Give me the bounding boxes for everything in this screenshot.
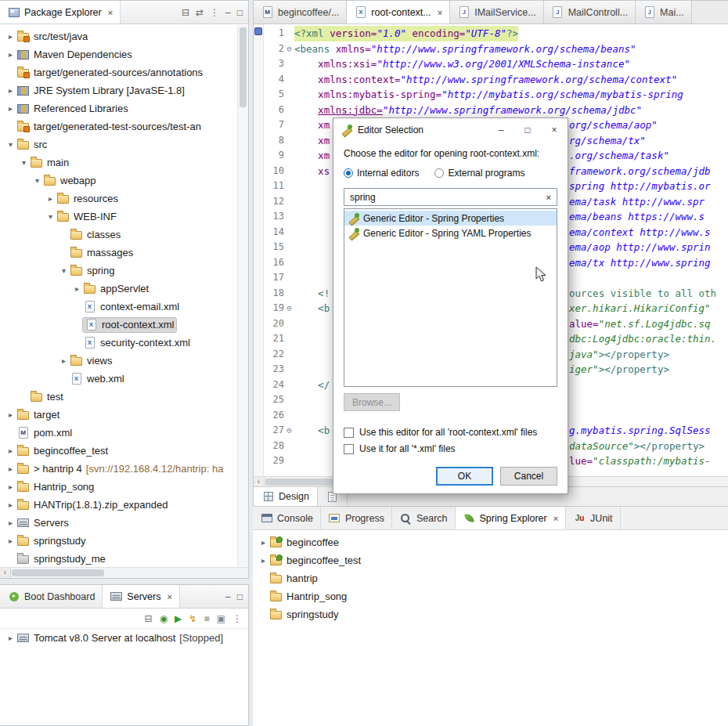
chevron-collapsed-icon[interactable]: ▸ [5, 410, 16, 419]
tree-item[interactable]: ▸JRE System Library [JavaSE-1.8] [0, 81, 237, 99]
tree-item[interactable]: test [0, 388, 237, 406]
link-with-editor-icon[interactable]: ⇄ [196, 8, 204, 17]
maximize-icon[interactable]: □ [237, 592, 243, 601]
chevron-collapsed-icon[interactable]: ▸ [5, 104, 16, 113]
profile-icon[interactable]: ↯ [189, 614, 196, 623]
browse-button[interactable]: Browse... [344, 393, 400, 411]
tree-item[interactable]: springstudy [253, 605, 728, 623]
tab-servers[interactable]: Servers× [103, 585, 180, 608]
collapse-all-icon[interactable]: ⊟ [182, 8, 189, 17]
chevron-expanded-icon[interactable]: ▾ [58, 266, 70, 275]
view-menu-icon[interactable]: ⋮ [210, 8, 219, 17]
ok-button[interactable]: OK [436, 467, 493, 486]
chevron-collapsed-icon[interactable]: ▸ [5, 446, 16, 455]
publish-icon[interactable]: ▣ [217, 614, 225, 623]
close-icon[interactable]: × [167, 592, 171, 601]
close-icon[interactable]: × [553, 514, 558, 523]
collapse-all-icon[interactable]: ⊟ [145, 614, 153, 623]
chevron-expanded-icon[interactable]: ▾ [31, 176, 43, 185]
chevron-collapsed-icon[interactable]: ▸ [5, 518, 16, 527]
fold-collapse-icon[interactable]: ⊖ [284, 301, 294, 316]
tree-item[interactable]: target/generated-sources/annotations [0, 63, 237, 81]
chevron-collapsed-icon[interactable]: ▸ [5, 50, 16, 59]
close-icon[interactable]: × [108, 8, 113, 17]
radio-external-programs[interactable]: External programs [434, 168, 524, 179]
tree-item[interactable]: classes [0, 226, 237, 244]
chevron-expanded-icon[interactable]: ▾ [18, 158, 30, 167]
editor-list-item[interactable]: Generic Editor - Spring Properties [344, 211, 557, 226]
tree-item[interactable]: Xsecurity-context.xml [0, 334, 237, 352]
radio-internal-editors[interactable]: Internal editors [344, 168, 419, 179]
tree-item[interactable]: ▾main [0, 154, 237, 172]
tree-item[interactable]: ▸resources [0, 190, 237, 208]
tree-item[interactable]: Hantrip_song [253, 587, 728, 605]
scrollbar-thumb[interactable] [240, 27, 247, 107]
chevron-collapsed-icon[interactable]: ▸ [5, 32, 16, 41]
tree-item[interactable]: ▸Tomcat v8.0 Server at localhost[Stopped… [0, 629, 248, 647]
tree-item[interactable]: Xweb.xml [0, 370, 237, 388]
checkbox-use-for-all-xml[interactable]: Use it for all '*.xml' files [344, 443, 557, 454]
tab-progress[interactable]: Progress [321, 507, 392, 529]
tree-item[interactable]: ▸appServlet [0, 280, 237, 298]
tree-item[interactable]: ▸begincoffee [253, 533, 728, 551]
horizontal-scrollbar[interactable]: ‹ [0, 567, 248, 578]
tree-item[interactable]: ▸Maven Dependencies [0, 45, 237, 63]
scrollbar-thumb[interactable] [12, 569, 104, 576]
tree-item[interactable]: Xcontext-email.xml [0, 298, 237, 316]
close-icon[interactable]: × [438, 8, 442, 17]
tree-item[interactable]: ▸HANTrip(1.8.1).zip_expanded [0, 496, 237, 514]
tree-item[interactable]: ▸Referenced Libraries [0, 99, 237, 117]
clear-filter-icon[interactable]: × [546, 193, 551, 202]
tree-item[interactable]: ▾src [0, 135, 237, 154]
code-line[interactable]: 5 xmlns:mybatis-spring="http://mybatis.o… [264, 87, 728, 103]
chevron-expanded-icon[interactable]: ▾ [5, 140, 16, 149]
tree-item[interactable]: ▸Hantrip_song [0, 478, 237, 496]
code-line[interactable]: 3 xmlns:xsi="http://www.w3.org/2001/XMLS… [264, 56, 728, 72]
chevron-expanded-icon[interactable]: ▾ [45, 212, 56, 221]
code-line[interactable]: 1<?xml version="1.0" encoding="UTF-8"?> [264, 26, 728, 42]
minimize-icon[interactable]: – [225, 8, 231, 17]
tree-item[interactable]: ▸begincoffee_test [253, 551, 728, 569]
chevron-collapsed-icon[interactable]: ▸ [5, 86, 16, 95]
chevron-collapsed-icon[interactable]: ▸ [5, 634, 16, 642]
package-explorer-tab[interactable]: Package Explorer × [0, 1, 121, 23]
scroll-left-icon[interactable]: ‹ [254, 477, 265, 486]
tab-mailcontroll-[interactable]: JMailControll... [544, 1, 636, 23]
fold-collapse-icon[interactable]: ⊖ [284, 423, 294, 439]
minimize-icon[interactable]: – [488, 118, 514, 142]
tab-console[interactable]: Console [253, 507, 321, 529]
tree-item[interactable]: ▸springstudy [0, 532, 237, 550]
close-icon[interactable]: × [541, 118, 568, 142]
chevron-collapsed-icon[interactable]: ▸ [45, 194, 56, 203]
chevron-collapsed-icon[interactable]: ▸ [5, 536, 16, 545]
tree-item[interactable]: Xroot-context.xml [0, 316, 237, 334]
tab-mai-[interactable]: JMai... [636, 1, 692, 23]
checkbox-use-for-file[interactable]: Use this editor for all 'root-context.xm… [344, 427, 557, 438]
chevron-collapsed-icon[interactable]: ▸ [71, 284, 83, 293]
tree-item[interactable]: ▸src/test/java [0, 27, 237, 45]
tree-item[interactable]: ▾WEB-INF [0, 208, 237, 226]
editor-filter-field[interactable]: × [344, 188, 557, 206]
vertical-scrollbar[interactable] [237, 25, 248, 567]
cancel-button[interactable]: Cancel [500, 467, 557, 486]
chevron-collapsed-icon[interactable]: ▸ [5, 464, 16, 473]
code-line[interactable]: 2⊖<beans xmlns="http://www.springframewo… [264, 42, 728, 57]
editor-filter-input[interactable] [350, 192, 546, 203]
tab-search[interactable]: Search [392, 507, 456, 529]
tree-item[interactable]: ▸views [0, 352, 237, 370]
minimize-icon[interactable]: – [225, 592, 231, 601]
tree-item[interactable]: ▸begincoffee_test [0, 442, 237, 460]
chevron-collapsed-icon[interactable]: ▸ [258, 538, 269, 547]
tree-item[interactable]: ▸> hantrip 4[svn://192.168.4.12/hantrip:… [0, 460, 237, 478]
scroll-left-icon[interactable]: ‹ [0, 568, 11, 578]
dialog-titlebar[interactable]: Editor Selection – □ × [333, 118, 568, 142]
tab-imailservice-[interactable]: JIMailService... [450, 1, 544, 23]
tree-item[interactable]: target/generated-test-sources/test-an [0, 117, 237, 135]
tree-item[interactable]: ▸Servers [0, 514, 237, 532]
chevron-collapsed-icon[interactable]: ▸ [58, 356, 70, 365]
code-line[interactable]: 6 xmlns:jdbc="http://www.springframework… [264, 103, 728, 118]
debug-icon[interactable]: ◉ [160, 614, 168, 623]
tree-item[interactable]: ▾webapp [0, 172, 237, 190]
fold-collapse-icon[interactable]: ⊖ [284, 42, 294, 57]
tree-item[interactable]: hantrip [253, 569, 728, 587]
